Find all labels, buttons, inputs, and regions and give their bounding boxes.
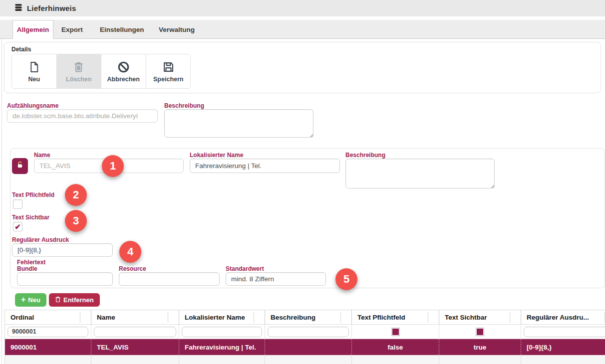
remove-row-button[interactable]: Entfernen [49, 293, 100, 307]
annotation-circle-3: 3 [65, 210, 87, 232]
enum-description-textarea[interactable] [164, 109, 313, 138]
tab-einstellungen[interactable]: Einstellungen [100, 26, 144, 33]
enum-name-label: Aufzählungsname [7, 102, 58, 109]
save-button-label: Speichern [153, 76, 183, 83]
default-value-label: Standardwert [226, 265, 264, 272]
toolbar-button-group: Neu Löschen Abbrechen [11, 54, 191, 89]
cell-text-required: false [352, 339, 439, 355]
localized-name-input[interactable] [190, 159, 340, 173]
text-required-checkbox[interactable] [13, 199, 22, 209]
delete-button[interactable]: Löschen [57, 54, 102, 88]
description-label: Beschreibung [345, 152, 385, 159]
filter-text-required-checkbox[interactable] [392, 328, 399, 336]
title-bar: Lieferhinweis [0, 0, 605, 16]
cell-text-visible: true [439, 339, 521, 355]
enum-description-label: Beschreibung [164, 102, 204, 109]
text-required-label: Text Pflichtfeld [12, 191, 54, 198]
default-value-input[interactable] [226, 272, 326, 286]
new-file-icon [27, 60, 41, 74]
resource-label: Resource [119, 265, 146, 272]
column-header-name[interactable]: Name [91, 310, 179, 324]
column-header-regex[interactable]: Regulärer Ausdru... [521, 310, 605, 324]
localized-name-label: Lokalisierter Name [190, 152, 243, 159]
error-text-label: Fehlertext [17, 259, 45, 266]
filter-regex-input[interactable] [524, 327, 605, 337]
bundle-label: Bundle [17, 265, 37, 272]
name-label: Name [34, 152, 50, 159]
annotation-circle-5: 5 [335, 268, 357, 290]
regex-label: Regulärer Ausdruck [12, 236, 69, 243]
trash-icon [55, 296, 61, 304]
remove-row-button-label: Entfernen [63, 296, 94, 304]
toolbar-group-label: Details [11, 46, 31, 53]
filter-ordinal-input[interactable] [7, 327, 88, 337]
cell-description [265, 339, 352, 355]
save-icon [162, 60, 175, 74]
lock-button[interactable] [12, 158, 28, 174]
attribute-table: Ordinal Name Lokalisierter Name Beschrei… [4, 310, 605, 364]
annotation-circle-2: 2 [65, 184, 87, 206]
filter-name-input[interactable] [94, 327, 176, 337]
trash-icon [72, 60, 85, 74]
column-header-ordinal[interactable]: Ordinal [5, 310, 91, 324]
tab-verwaltung[interactable]: Verwaltung [159, 26, 195, 33]
cancel-button[interactable]: Abbrechen [101, 54, 146, 88]
cell-name: TEL_AVIS [91, 339, 179, 355]
save-button[interactable]: Speichern [146, 54, 191, 88]
description-textarea[interactable] [345, 159, 495, 188]
resource-input[interactable] [119, 272, 220, 286]
column-header-localized-name[interactable]: Lokalisierter Name [179, 310, 265, 324]
unlock-icon [15, 161, 24, 172]
table-row-selected[interactable]: 9000001 TEL_AVIS Fahreravisierung | Tel.… [5, 339, 605, 355]
table-filter-row [5, 325, 605, 339]
cell-localized-name: Fahreravisierung | Tel. [179, 339, 265, 355]
add-row-button[interactable]: + Neu [15, 293, 46, 307]
app-window: Lieferhinweis Allgemein Export Einstellu… [0, 0, 605, 364]
column-header-description[interactable]: Beschreibung [265, 310, 352, 324]
database-icon [14, 3, 23, 14]
tab-allgemein[interactable]: Allgemein [12, 20, 53, 39]
filter-description-input[interactable] [268, 327, 349, 337]
add-row-button-label: Neu [28, 296, 40, 304]
filter-text-visible-checkbox[interactable] [476, 328, 484, 336]
filter-localized-name-input[interactable] [182, 327, 262, 337]
tab-bar: Allgemein Export Einstellungen Verwaltun… [0, 20, 605, 39]
content-panel-border [1, 39, 2, 364]
page-title: Lieferhinweis [27, 4, 76, 12]
table-header-row: Ordinal Name Lokalisierter Name Beschrei… [5, 310, 605, 325]
new-button[interactable]: Neu [12, 54, 57, 88]
text-visible-label: Text Sichtbar [12, 214, 49, 221]
toolbar-panel: Details Neu Löschen [4, 42, 601, 93]
bundle-input[interactable] [17, 272, 113, 286]
annotation-circle-4: 4 [119, 241, 141, 263]
new-button-label: Neu [28, 76, 40, 83]
enum-name-input[interactable] [7, 109, 158, 123]
cancel-button-label: Abbrechen [107, 76, 140, 83]
regex-input[interactable] [12, 243, 113, 257]
plus-icon: + [21, 295, 25, 304]
tab-export[interactable]: Export [61, 26, 83, 33]
table-empty-row [5, 355, 605, 364]
cancel-icon [117, 60, 130, 74]
cell-regex: [0-9]{8,} [521, 339, 605, 355]
text-visible-checkbox[interactable]: ✔ [13, 222, 22, 231]
annotation-circle-1: 1 [102, 155, 124, 177]
cell-ordinal: 9000001 [5, 339, 91, 355]
delete-button-label: Löschen [66, 76, 91, 83]
column-header-text-required[interactable]: Text Pflichtfeld [352, 310, 439, 324]
column-header-text-visible[interactable]: Text Sichtbar [439, 310, 521, 324]
